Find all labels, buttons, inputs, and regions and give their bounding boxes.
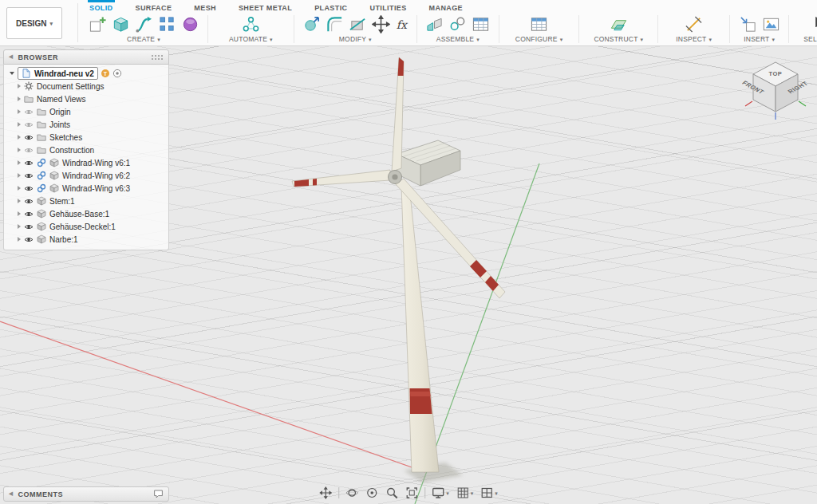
browser-item-component[interactable]: Windrad-Wing v6:1: [4, 156, 168, 169]
change-parameters-button[interactable]: fx: [394, 18, 409, 31]
visibility-eye-icon[interactable]: [24, 147, 34, 154]
browser-item-component[interactable]: Gehäuse-Base:1: [4, 207, 168, 220]
tab-solid[interactable]: SOLID: [88, 0, 115, 12]
display-settings-button[interactable]: ▾: [431, 486, 450, 500]
automate-button[interactable]: [240, 14, 261, 35]
browser-item-document-settings[interactable]: Document Settings: [4, 80, 168, 93]
status-badge: T: [101, 69, 109, 77]
move-copy-button[interactable]: [371, 14, 392, 35]
viewports-button[interactable]: ▾: [480, 486, 499, 500]
orbit-button[interactable]: [345, 486, 359, 500]
expand-arrow-icon[interactable]: [18, 237, 21, 242]
new-component-button[interactable]: [87, 14, 108, 35]
expand-arrow-icon[interactable]: [18, 199, 21, 203]
pattern-button[interactable]: [156, 14, 177, 35]
comments-title: COMMENTS: [18, 490, 64, 498]
visibility-eye-icon[interactable]: [24, 236, 34, 243]
split-body-button[interactable]: [348, 14, 369, 35]
pan-button[interactable]: [318, 486, 333, 500]
zoom-button[interactable]: [385, 486, 399, 500]
comments-header[interactable]: ◀ COMMENTS: [3, 486, 169, 502]
tab-plastic[interactable]: PLASTIC: [313, 0, 349, 12]
collapse-arrow-icon[interactable]: [10, 72, 14, 75]
visibility-eye-icon[interactable]: [24, 185, 34, 192]
browser-item-component[interactable]: Narbe:1: [4, 233, 168, 246]
expand-arrow-icon[interactable]: [18, 148, 21, 152]
expand-arrow-icon[interactable]: [18, 224, 21, 229]
select-menu[interactable]: SELECT ▾: [803, 35, 817, 45]
expand-arrow-icon[interactable]: [18, 122, 21, 127]
browser-item-component[interactable]: Windrad-Wing v6:3: [4, 182, 168, 195]
tab-mesh[interactable]: MESH: [192, 0, 218, 12]
browser-item-construction[interactable]: Construction: [4, 144, 168, 156]
select-tool-button[interactable]: [810, 14, 817, 35]
comment-bubble-icon: [153, 489, 164, 499]
visibility-eye-icon[interactable]: [24, 223, 34, 230]
activate-component-radio[interactable]: [112, 69, 122, 78]
browser-item-sketches[interactable]: Sketches: [4, 131, 168, 144]
inspect-menu[interactable]: INSPECT ▾: [676, 35, 712, 45]
browser-item-joints[interactable]: Joints: [4, 118, 168, 131]
modify-menu[interactable]: MODIFY ▾: [339, 35, 372, 45]
drag-handle-icon[interactable]: [151, 54, 164, 61]
grid-snaps-button[interactable]: ▾: [456, 486, 475, 500]
browser-item-origin[interactable]: Origin: [4, 105, 168, 118]
insert-menu[interactable]: INSERT ▾: [744, 35, 775, 45]
browser-item-component[interactable]: Windrad-Wing v6:2: [4, 169, 168, 182]
tab-surface[interactable]: SURFACE: [134, 0, 174, 12]
expand-arrow-icon[interactable]: [18, 160, 21, 165]
tab-manage[interactable]: MANAGE: [428, 0, 464, 12]
folder-icon: [37, 145, 46, 155]
link-icon: [37, 183, 46, 193]
expand-arrow-icon[interactable]: [18, 135, 21, 140]
browser-root-row[interactable]: Windrad-neu v2 T: [4, 67, 168, 80]
toolbar-group-configure: CONFIGURE ▾: [499, 13, 579, 45]
visibility-eye-icon[interactable]: [24, 134, 34, 141]
fit-view-button[interactable]: [405, 486, 419, 500]
new-component-assemble-button[interactable]: [424, 14, 445, 35]
assemble-menu[interactable]: ASSEMBLE ▾: [436, 35, 480, 45]
measure-button[interactable]: [684, 14, 705, 35]
expand-arrow-icon[interactable]: [18, 211, 21, 216]
construction-plane-button[interactable]: [608, 14, 629, 35]
sweep-button[interactable]: [133, 14, 154, 35]
expand-arrow-icon[interactable]: [18, 84, 21, 89]
configuration-table-button[interactable]: [529, 14, 550, 35]
bom-table-button[interactable]: [471, 14, 491, 35]
create-box-button[interactable]: [110, 14, 131, 35]
automate-menu[interactable]: AUTOMATE ▾: [229, 35, 273, 45]
view-cube[interactable]: TOP FRONT RIGHT: [742, 56, 809, 123]
tab-utilities[interactable]: UTILITIES: [368, 0, 408, 12]
create-form-button[interactable]: [180, 14, 200, 35]
collapse-panel-icon[interactable]: ◀: [9, 54, 14, 60]
browser-item-named-views[interactable]: Named Views: [4, 93, 168, 105]
insert-derive-button[interactable]: [737, 14, 758, 35]
joint-button[interactable]: [448, 14, 468, 35]
tab-sheet-metal[interactable]: SHEET METAL: [237, 0, 294, 12]
create-menu[interactable]: CREATE ▾: [127, 35, 160, 45]
link-icon: [37, 171, 46, 180]
browser-item-component[interactable]: Stem:1: [4, 195, 168, 207]
visibility-eye-icon[interactable]: [24, 211, 34, 218]
insert-canvas-button[interactable]: [760, 14, 781, 35]
visibility-eye-icon[interactable]: [24, 198, 34, 205]
workspace-switcher[interactable]: DESIGN ▾: [6, 7, 62, 39]
look-at-button[interactable]: [365, 486, 379, 500]
visibility-eye-icon[interactable]: [24, 121, 34, 128]
visibility-eye-icon[interactable]: [24, 172, 34, 179]
collapse-panel-icon[interactable]: ◀: [9, 491, 14, 497]
document-chip[interactable]: Windrad-neu v2: [18, 67, 98, 80]
expand-arrow-icon[interactable]: [18, 173, 21, 178]
chevron-down-icon: ▾: [560, 37, 563, 42]
expand-arrow-icon[interactable]: [18, 109, 21, 114]
browser-header[interactable]: ◀ BROWSER: [3, 49, 169, 65]
visibility-eye-icon[interactable]: [24, 108, 34, 116]
visibility-eye-icon[interactable]: [24, 159, 34, 167]
fillet-button[interactable]: [325, 14, 345, 35]
browser-item-component[interactable]: Gehäuse-Deckel:1: [4, 220, 168, 233]
expand-arrow-icon[interactable]: [18, 96, 21, 101]
construct-menu[interactable]: CONSTRUCT ▾: [594, 35, 643, 45]
configure-menu[interactable]: CONFIGURE ▾: [515, 35, 563, 45]
expand-arrow-icon[interactable]: [18, 186, 21, 191]
press-pull-button[interactable]: [302, 14, 322, 35]
